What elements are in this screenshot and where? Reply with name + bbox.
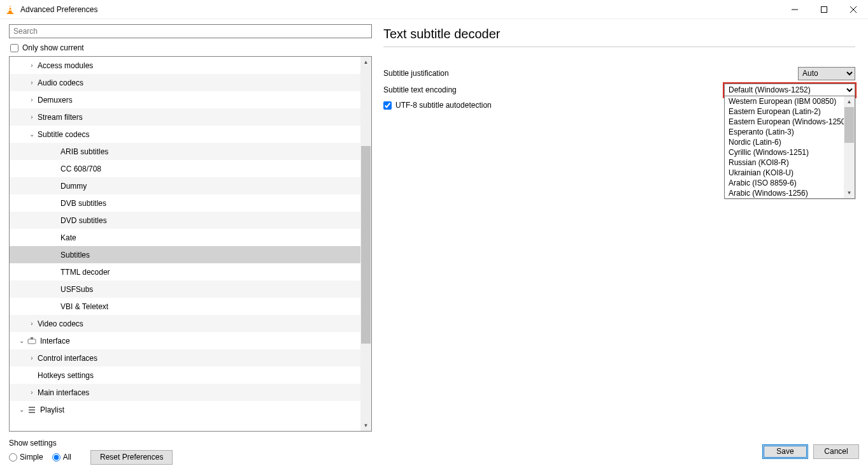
tree-item-label: Subtitles	[60, 251, 90, 259]
only-show-current-label: Only show current	[22, 43, 84, 52]
tree-item-label: Audio codecs	[38, 78, 83, 87]
window-controls	[780, 0, 868, 19]
encoding-select[interactable]: Default (Windows-1252)	[724, 84, 855, 97]
dropdown-scroll-thumb[interactable]	[844, 107, 854, 143]
save-button[interactable]: Save	[762, 444, 808, 459]
chevron-right-icon[interactable]: ›	[26, 354, 38, 361]
svg-rect-8	[28, 339, 36, 344]
simple-radio-row[interactable]: Simple	[9, 453, 43, 462]
tree-item-label: Control interfaces	[38, 354, 97, 363]
simple-radio[interactable]	[9, 453, 17, 462]
tree-item-label: USFSubs	[60, 285, 93, 294]
main-area: Only show current ▲ ▼ ›Access modules›Au…	[0, 19, 868, 437]
only-show-current-row[interactable]: Only show current	[10, 43, 373, 52]
interface-icon	[27, 337, 40, 346]
tree-item[interactable]: USFSubs	[10, 280, 360, 298]
dropdown-item[interactable]: Eastern European (Latin-2)	[725, 106, 844, 117]
window-title: Advanced Preferences	[20, 5, 97, 14]
encoding-dropdown[interactable]: Western European (IBM 00850)Eastern Euro…	[724, 96, 855, 199]
tree-item[interactable]: DVB subtitles	[10, 194, 360, 212]
tree-scroll-up-icon[interactable]: ▲	[360, 57, 371, 68]
tree-view: ▲ ▼ ›Access modules›Audio codecs›Demuxer…	[9, 56, 372, 432]
tree-item-label: Stream filters	[38, 113, 83, 122]
tree-item[interactable]: ⌄Interface	[10, 332, 360, 349]
tree-item[interactable]: Hotkeys settings	[10, 367, 360, 384]
chevron-right-icon[interactable]: ›	[26, 79, 38, 86]
tree-item[interactable]: CC 608/708	[10, 160, 360, 177]
dropdown-item[interactable]: Western European (IBM 00850)	[725, 96, 844, 106]
tree-item-label: Interface	[40, 337, 70, 346]
utf8-autodetect-checkbox[interactable]	[383, 101, 392, 110]
chevron-right-icon[interactable]: ›	[26, 62, 38, 69]
dropdown-item[interactable]: Ukrainian (KOI8-U)	[725, 168, 844, 178]
tree-item[interactable]: ⌄Playlist	[10, 401, 360, 418]
chevron-right-icon[interactable]: ›	[26, 320, 38, 327]
dropdown-item[interactable]: Eastern European (Windows-1250)	[725, 117, 844, 127]
tree-item[interactable]: ›Video codecs	[10, 315, 360, 332]
maximize-button[interactable]	[809, 0, 839, 19]
tree-item-label: DVD subtitles	[60, 216, 107, 225]
tree-item[interactable]: DVD subtitles	[10, 212, 360, 229]
tree-item[interactable]: ›Control interfaces	[10, 349, 360, 367]
tree-item-label: Demuxers	[38, 96, 73, 105]
tree-item-label: Access modules	[38, 61, 93, 70]
playlist-icon	[27, 405, 40, 414]
title-separator	[383, 47, 855, 47]
tree-item[interactable]: ›Demuxers	[10, 91, 360, 108]
tree-scroll-thumb[interactable]	[361, 146, 371, 344]
dropdown-scroll-down-icon[interactable]: ▼	[844, 187, 855, 198]
dropdown-item[interactable]: Arabic (Windows-1256)	[725, 188, 844, 198]
tree-item[interactable]: ⌄Subtitle codecs	[10, 126, 360, 143]
justification-label: Subtitle justification	[383, 69, 449, 78]
chevron-down-icon[interactable]: ⌄	[16, 406, 27, 413]
tree-item[interactable]: ARIB subtitles	[10, 143, 360, 160]
close-button[interactable]	[839, 0, 868, 19]
tree-item[interactable]: TTML decoder	[10, 263, 360, 280]
search-input[interactable]	[9, 24, 372, 38]
titlebar: Advanced Preferences	[0, 0, 868, 19]
chevron-right-icon[interactable]: ›	[26, 96, 38, 103]
tree-scroll-down-icon[interactable]: ▼	[360, 420, 371, 431]
dropdown-item[interactable]: Arabic (ISO 8859-6)	[725, 178, 844, 188]
tree-item-label: Main interfaces	[38, 388, 89, 397]
tree-item-label: Dummy	[60, 182, 87, 191]
encoding-label: Subtitle text encoding	[383, 85, 457, 94]
svg-marker-0	[8, 5, 12, 13]
chevron-down-icon[interactable]: ⌄	[26, 131, 38, 138]
justification-select[interactable]: Auto	[798, 67, 855, 80]
tree-item[interactable]: ›Main interfaces	[10, 384, 360, 401]
tree-item[interactable]: Subtitles	[10, 246, 360, 263]
svg-rect-1	[7, 13, 13, 14]
chevron-right-icon[interactable]: ›	[26, 389, 38, 396]
dropdown-item[interactable]: Cyrillic (Windows-1251)	[725, 147, 844, 157]
dropdown-item[interactable]: Esperanto (Latin-3)	[725, 127, 844, 137]
chevron-right-icon[interactable]: ›	[26, 113, 38, 120]
tree-item[interactable]: Dummy	[10, 177, 360, 194]
svg-rect-2	[9, 7, 11, 8]
tree-item-label: Playlist	[40, 405, 64, 414]
tree-item-label: ARIB subtitles	[60, 147, 108, 156]
tree-item-label: Subtitle codecs	[38, 130, 89, 139]
cancel-button[interactable]: Cancel	[813, 444, 859, 459]
only-show-current-checkbox[interactable]	[10, 44, 18, 52]
all-radio-row[interactable]: All	[52, 453, 71, 462]
dropdown-item[interactable]: Nordic (Latin-6)	[725, 137, 844, 147]
tree-item-label: TTML decoder	[60, 268, 110, 277]
tree-item[interactable]: ›Access modules	[10, 57, 360, 74]
svg-rect-3	[9, 10, 12, 11]
all-radio[interactable]	[52, 453, 60, 462]
minimize-button[interactable]	[780, 0, 809, 19]
tree-item[interactable]: VBI & Teletext	[10, 298, 360, 315]
chevron-down-icon[interactable]: ⌄	[16, 337, 27, 344]
tree-item[interactable]: ›Stream filters	[10, 108, 360, 126]
dropdown-scroll-up-icon[interactable]: ▲	[844, 96, 855, 107]
tree-item-label: Kate	[60, 233, 76, 242]
dropdown-item[interactable]: Russian (KOI8-R)	[725, 157, 844, 168]
show-settings-group: Show settings Simple All Reset Preferenc…	[9, 439, 173, 465]
tree-item[interactable]: Kate	[10, 229, 360, 246]
vlc-icon	[5, 4, 15, 15]
left-panel: Only show current ▲ ▼ ›Access modules›Au…	[0, 19, 374, 437]
reset-button[interactable]: Reset Preferences	[90, 450, 173, 465]
tree-item[interactable]: ›Audio codecs	[10, 74, 360, 91]
page-title: Text subtitle decoder	[383, 27, 855, 41]
